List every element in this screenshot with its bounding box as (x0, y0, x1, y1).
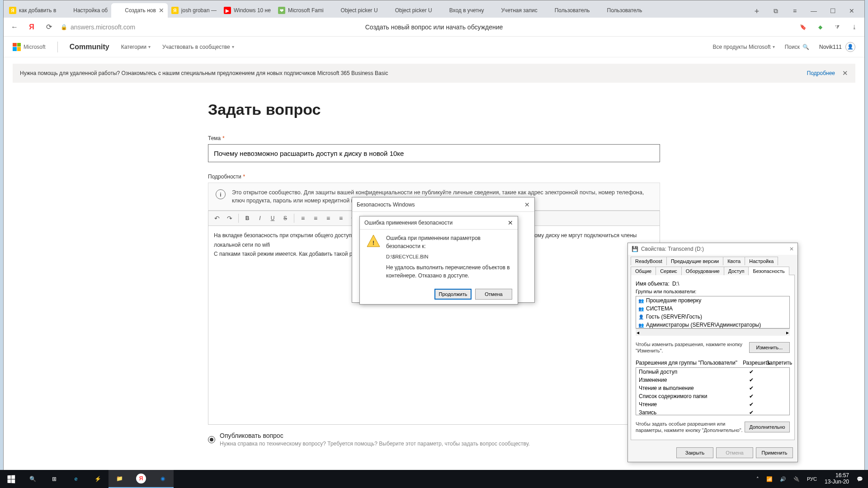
browser-tab[interactable]: Пользователь (594, 3, 646, 18)
browser-menu-button[interactable]: ≡ (787, 4, 803, 18)
browser-tab[interactable]: Настройка об (60, 3, 111, 18)
window-maximize-button[interactable]: ☐ (825, 4, 841, 18)
favicon (439, 7, 447, 14)
details-label: Подробности * (208, 173, 660, 180)
browser-tab[interactable]: Учетная запис (488, 3, 541, 18)
cancel-button[interactable]: Отмена (716, 447, 753, 458)
bookmark-icon[interactable]: 🔖 (797, 22, 808, 33)
close-icon[interactable]: ✕ (508, 219, 513, 226)
user-menu[interactable]: Novik111👤 (819, 42, 855, 52)
participate-menu[interactable]: Участвовать в сообществе▾ (162, 44, 234, 50)
align-left-button[interactable]: ≡ (297, 212, 309, 224)
teamviewer-app-icon[interactable]: ◉ (152, 470, 174, 488)
allow-check: ✔ (740, 377, 763, 383)
property-tab[interactable]: Безопасность (748, 267, 789, 275)
taskbar: 🔍 ⊞ e ⚡ 📁 Я ◉ ˄ 📶 🔊 🔌 РУС 16:57 13-Jun-2… (0, 470, 868, 488)
yandex-browser-app-icon[interactable]: Я (130, 470, 152, 488)
edge-app-icon[interactable]: e (65, 470, 87, 488)
drive-properties-dialog: 💾Свойства: Transcend (D:)✕ ReadyBoostПре… (627, 243, 798, 462)
change-button[interactable]: Изменить... (749, 342, 790, 353)
browser-tab[interactable]: Якак добавить в (5, 3, 60, 18)
notifications-icon[interactable]: 💬 (854, 470, 866, 488)
tabs-overview-button[interactable]: ⧉ (768, 4, 784, 18)
browser-tab[interactable]: ▶Windows 10 не (220, 3, 274, 18)
permission-row: Полный доступ✔ (636, 368, 789, 376)
close-button[interactable]: Закрыть (676, 447, 713, 458)
align-justify-button[interactable]: ≡ (335, 212, 347, 224)
microsoft-logo[interactable]: Microsoft (13, 43, 46, 51)
publish-question-radio[interactable] (208, 436, 215, 443)
groups-listbox[interactable]: 👥Прошедшие проверку👥СИСТЕМА👤Гость (SERVE… (636, 296, 790, 328)
redo-button[interactable]: ↷ (224, 212, 236, 224)
banner-close-button[interactable]: ✕ (842, 69, 848, 77)
browser-tab[interactable]: ❤Microsoft Fami (274, 3, 327, 18)
underline-button[interactable]: U (267, 212, 278, 224)
strike-button[interactable]: S (279, 212, 291, 224)
volume-icon[interactable]: 🔊 (777, 470, 789, 488)
property-tab[interactable]: ReadyBoost (631, 257, 667, 265)
new-tab-button[interactable]: + (750, 5, 763, 18)
align-center-button[interactable]: ≡ (310, 212, 321, 224)
favicon (115, 7, 122, 14)
extensions-icon[interactable]: ⧩ (832, 22, 843, 33)
window-minimize-button[interactable]: — (806, 4, 822, 18)
align-right-button[interactable]: ≡ (322, 212, 334, 224)
community-link[interactable]: Community (70, 43, 109, 51)
power-icon[interactable]: 🔌 (790, 470, 803, 488)
property-tab[interactable]: Общие (631, 267, 656, 275)
winamp-app-icon[interactable]: ⚡ (87, 470, 108, 488)
avatar-icon: 👤 (845, 42, 855, 52)
tray-chevron-icon[interactable]: ˄ (753, 470, 762, 488)
browser-tab[interactable]: Object picker U (382, 3, 436, 18)
window-close-button[interactable]: ✕ (844, 4, 860, 18)
categories-menu[interactable]: Категории▾ (121, 44, 151, 50)
permission-row: Чтение и выполнение✔ (636, 384, 789, 392)
list-item[interactable]: 👥Администраторы (SERVER\Администраторы) (636, 321, 789, 328)
start-button[interactable] (0, 470, 22, 488)
cancel-button[interactable]: Отмена (475, 289, 512, 300)
property-tab[interactable]: Доступ (724, 267, 749, 275)
protect-shield-icon[interactable]: ◆ (815, 22, 826, 33)
group-icon: 👥 (638, 305, 644, 312)
property-tab[interactable]: Квота (723, 257, 745, 265)
search-link[interactable]: Поиск🔍 (785, 44, 809, 50)
browser-tab[interactable]: Создать нов✕ (111, 3, 168, 18)
search-button[interactable]: 🔍 (22, 470, 43, 488)
clock[interactable]: 16:57 13-Jun-20 (821, 470, 853, 488)
close-icon[interactable]: ✕ (524, 201, 530, 208)
list-item[interactable]: 👤Гость (SERVER\Гость) (636, 313, 789, 321)
theme-input[interactable] (208, 144, 660, 162)
explorer-app-icon[interactable]: 📁 (108, 470, 130, 488)
bold-button[interactable]: B (241, 212, 253, 224)
property-tab[interactable]: Сервис (656, 267, 682, 275)
browser-tab[interactable]: Object picker U (327, 3, 382, 18)
horizontal-scrollbar[interactable]: ◂▸ (636, 328, 790, 336)
close-tab-icon[interactable]: ✕ (159, 7, 164, 14)
close-icon[interactable]: ✕ (789, 246, 794, 252)
banner-link[interactable]: Подробнее (807, 70, 835, 76)
network-icon[interactable]: 📶 (763, 470, 776, 488)
products-menu[interactable]: Все продукты Microsoft▾ (713, 44, 775, 50)
property-tab[interactable]: Оборудование (681, 267, 724, 275)
apply-button[interactable]: Применить (756, 447, 793, 458)
continue-button[interactable]: Продолжить (434, 289, 472, 300)
task-view-button[interactable]: ⊞ (43, 470, 65, 488)
yandex-home-button[interactable]: Я (25, 21, 38, 33)
favicon: Я (9, 7, 16, 14)
browser-tab[interactable]: Пользователь (541, 3, 594, 18)
list-item[interactable]: 👥Прошедшие проверку (636, 296, 789, 305)
italic-button[interactable]: I (254, 212, 266, 224)
list-item[interactable]: 👥СИСТЕМА (636, 305, 789, 313)
undo-button[interactable]: ↶ (211, 212, 223, 224)
property-tab[interactable]: Настройка (745, 257, 778, 265)
advanced-button[interactable]: Дополнительно (745, 422, 790, 432)
permissions-list[interactable]: Полный доступ✔Изменение✔Чтение и выполне… (636, 367, 790, 415)
property-tab[interactable]: Предыдущие версии (666, 257, 723, 265)
reload-button[interactable]: ⟳ (42, 21, 55, 33)
browser-tab[interactable]: Яjosh groban — (168, 3, 220, 18)
downloads-icon[interactable]: ⭳ (849, 22, 860, 33)
permission-row: Запись✔ (636, 408, 789, 415)
back-button[interactable]: ← (8, 21, 21, 33)
browser-tab[interactable]: Вход в учетну (436, 3, 488, 18)
language-indicator[interactable]: РУС (804, 470, 820, 488)
